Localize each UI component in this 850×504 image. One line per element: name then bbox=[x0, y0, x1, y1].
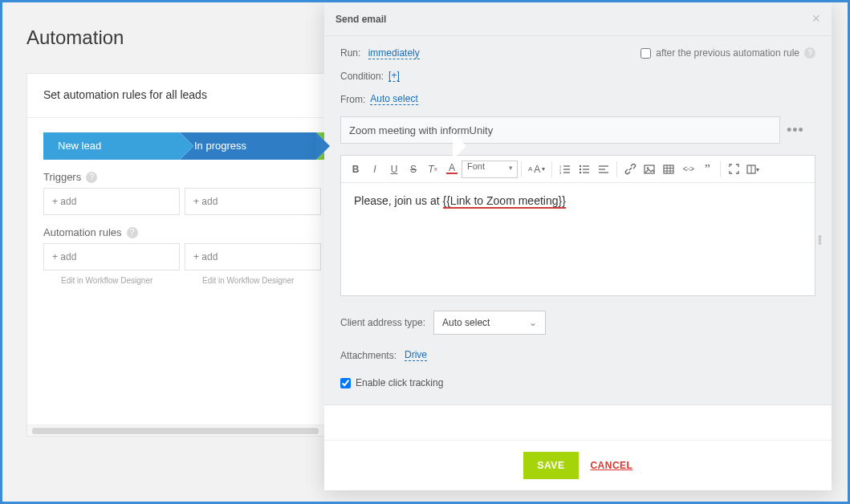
send-email-modal: Send email × Run: immediately after the … bbox=[324, 2, 832, 490]
after-prev-checkbox[interactable] bbox=[641, 48, 651, 59]
more-tools-icon[interactable]: ▾ bbox=[743, 160, 763, 179]
run-label: Run: bbox=[340, 47, 360, 59]
modal-title: Send email bbox=[336, 14, 386, 25]
modal-overlay: Send email × Run: immediately after the … bbox=[2, 2, 848, 502]
link-icon[interactable] bbox=[620, 160, 640, 179]
modal-header: Send email × bbox=[324, 2, 832, 36]
clear-format-icon[interactable]: Tx bbox=[423, 160, 442, 179]
svg-point-11 bbox=[580, 171, 581, 173]
run-value[interactable]: immediately bbox=[368, 47, 420, 59]
client-addr-label: Client address type: bbox=[340, 317, 425, 328]
image-icon[interactable] bbox=[640, 160, 659, 179]
ul-icon[interactable] bbox=[575, 160, 594, 179]
close-icon[interactable]: × bbox=[811, 10, 820, 27]
app-frame: Automation Set automation rules for all … bbox=[0, 0, 850, 504]
svg-point-10 bbox=[580, 168, 581, 169]
strike-icon[interactable]: S bbox=[404, 160, 423, 179]
svg-text:▾: ▾ bbox=[756, 166, 759, 173]
subject-input[interactable] bbox=[340, 116, 780, 144]
tracking-label: Enable click tracking bbox=[356, 377, 443, 388]
separator bbox=[616, 161, 617, 177]
modal-body: Run: immediately after the previous auto… bbox=[324, 36, 832, 405]
after-prev-label: after the previous automation rule bbox=[656, 47, 799, 59]
condition-label: Condition: bbox=[340, 71, 384, 82]
separator bbox=[521, 161, 522, 177]
cancel-button[interactable]: CANCEL bbox=[590, 460, 632, 471]
ol-icon[interactable]: 123 bbox=[555, 160, 575, 179]
quote-icon[interactable]: ” bbox=[697, 160, 717, 179]
bold-icon[interactable]: B bbox=[346, 160, 365, 179]
code-icon[interactable]: <··> bbox=[678, 160, 697, 179]
body-placeholder: {{Link to Zoom meeting}} bbox=[443, 194, 566, 209]
help-icon[interactable]: ? bbox=[804, 47, 815, 59]
font-select[interactable]: Font bbox=[462, 161, 518, 178]
from-value[interactable]: Auto select bbox=[370, 93, 417, 105]
save-button[interactable]: SAVE bbox=[523, 452, 580, 479]
tracking-row: Enable click tracking bbox=[340, 377, 815, 388]
run-row: Run: immediately after the previous auto… bbox=[340, 47, 815, 59]
font-size-icon[interactable]: AA▾ bbox=[525, 164, 548, 175]
subject-row: ••• bbox=[340, 116, 815, 144]
underline-icon[interactable]: U bbox=[384, 160, 404, 179]
modal-footer: SAVE CANCEL bbox=[324, 440, 832, 490]
editor-body[interactable]: Please, join us at {{Link to Zoom meetin… bbox=[341, 183, 815, 295]
condition-add[interactable]: [+] bbox=[388, 70, 400, 82]
client-addr-row: Client address type: Auto select ⌄ bbox=[340, 311, 815, 335]
more-icon[interactable]: ••• bbox=[787, 122, 804, 139]
svg-rect-17 bbox=[664, 165, 673, 173]
align-icon[interactable] bbox=[594, 160, 613, 179]
condition-row: Condition: [+] bbox=[340, 70, 815, 82]
after-prev-group: after the previous automation rule ? bbox=[641, 47, 815, 59]
editor-toolbar: B I U S Tx A Font AA▾ 123 bbox=[341, 156, 815, 183]
svg-text:3: 3 bbox=[559, 170, 562, 174]
rich-editor: B I U S Tx A Font AA▾ 123 bbox=[340, 155, 815, 296]
client-addr-select[interactable]: Auto select ⌄ bbox=[433, 311, 546, 335]
separator bbox=[551, 161, 552, 177]
attachments-row: Attachments: Drive bbox=[340, 349, 815, 361]
separator bbox=[720, 161, 721, 177]
from-row: From: Auto select bbox=[340, 93, 815, 105]
chevron-down-icon: ⌄ bbox=[529, 317, 537, 328]
svg-point-9 bbox=[580, 165, 581, 166]
table-icon[interactable] bbox=[659, 160, 678, 179]
tracking-checkbox[interactable] bbox=[340, 378, 351, 388]
from-label: From: bbox=[340, 94, 365, 105]
italic-icon[interactable]: I bbox=[365, 160, 384, 179]
resize-handle-icon[interactable]: ••• bbox=[818, 235, 822, 245]
text-color-icon[interactable]: A bbox=[442, 160, 462, 179]
attachments-label: Attachments: bbox=[340, 350, 397, 361]
attachments-value[interactable]: Drive bbox=[405, 349, 427, 361]
fullscreen-icon[interactable] bbox=[724, 160, 743, 179]
body-text-prefix: Please, join us at bbox=[354, 194, 443, 207]
